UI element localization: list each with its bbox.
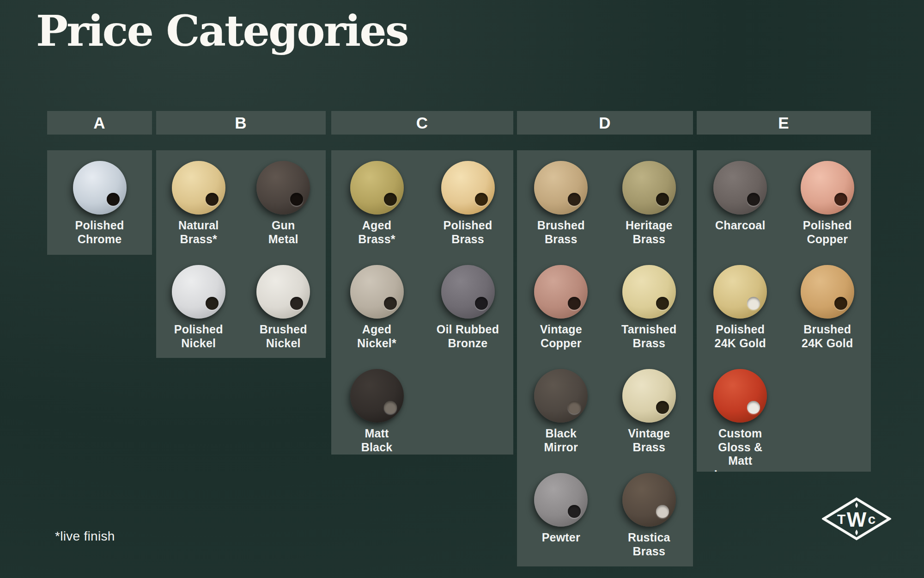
swatch-polished-nickel: PolishedNickel [156, 265, 241, 350]
disc-hole [834, 297, 847, 310]
page-title: Price Categories [36, 5, 407, 58]
finish-label: Oil RubbedBronze [437, 323, 499, 350]
disc-hole [568, 297, 581, 310]
finish-disc [256, 161, 310, 215]
finish-disc [172, 265, 225, 319]
finish-label: Polished24K Gold [715, 323, 766, 350]
finish-label: Brushed24K Gold [802, 323, 853, 350]
swatch-row: Polished24K Gold Brushed24K Gold [697, 254, 871, 358]
disc-hole [656, 193, 669, 206]
finish-label: GunMetal [268, 219, 298, 246]
finish-disc [534, 369, 588, 423]
logo-letter-c: c [868, 511, 875, 527]
finish-disc [534, 161, 588, 215]
finish-label: PolishedChrome [75, 219, 124, 246]
swatch-row: AgedBrass* PolishedBrass [331, 150, 513, 254]
finish-disc [713, 161, 767, 215]
swatch-row: Charcoal PolishedCopper [697, 150, 871, 254]
finish-label: RusticaBrass [628, 531, 670, 558]
category-header-b: B [156, 111, 326, 135]
price-categories-poster: Price Categories A B C D E PolishedChrom… [0, 0, 924, 578]
category-panel-c: AgedBrass* PolishedBrass AgedNickel* Oil… [331, 150, 513, 455]
category-header-a: A [47, 111, 152, 135]
disc-hole [656, 401, 669, 414]
swatch-row: PolishedNickel BrushedNickel [156, 254, 326, 358]
swatch-brushed-nickel: BrushedNickel [241, 265, 326, 350]
disc-hole [834, 193, 847, 206]
swatch-polished-24k-gold: Polished24K Gold [697, 265, 784, 350]
swatch-row: BrushedBrass HeritageBrass [517, 150, 693, 254]
disc-hole [290, 297, 303, 310]
disc-hole [206, 297, 219, 310]
swatch-polished-brass: PolishedBrass [422, 161, 513, 246]
finish-disc [622, 161, 676, 215]
finish-disc [801, 265, 854, 319]
finish-label: CustomGloss &MattLacquers [714, 427, 766, 472]
disc-hole [747, 297, 760, 310]
finish-disc [350, 265, 404, 319]
swatch-row: BlackMirror VintageBrass [517, 358, 693, 462]
swatch-row: NaturalBrass* GunMetal [156, 150, 326, 254]
swatch-pewter: Pewter [517, 473, 605, 545]
finish-disc [350, 161, 404, 215]
logo-teardrop-top [855, 502, 857, 508]
finish-label: BrushedNickel [260, 323, 307, 350]
category-panel-b: NaturalBrass* GunMetal PolishedNickel Br… [156, 150, 326, 358]
disc-hole [107, 193, 120, 206]
category-letter: E [778, 114, 789, 132]
finish-disc [534, 473, 588, 527]
category-header-e: E [697, 111, 871, 135]
swatch-charcoal: Charcoal [697, 161, 784, 233]
swatch-heritage-brass: HeritageBrass [605, 161, 693, 246]
swatch-row: AgedNickel* Oil RubbedBronze [331, 254, 513, 358]
disc-hole [656, 297, 669, 310]
swatch-natural-brass: NaturalBrass* [156, 161, 241, 246]
swatch-gun-metal: GunMetal [241, 161, 326, 246]
category-letter: C [416, 114, 428, 132]
category-letter: A [93, 114, 105, 132]
finish-disc [534, 265, 588, 319]
swatch-black-mirror: BlackMirror [517, 369, 605, 454]
disc-hole [290, 193, 303, 206]
finish-disc [256, 265, 310, 319]
swatch-oil-rubbed-bronze: Oil RubbedBronze [422, 265, 513, 350]
swatch-rustica-brass: RusticaBrass [605, 473, 693, 558]
finish-disc [73, 161, 127, 215]
disc-hole [384, 401, 397, 414]
logo-letter-w: W [847, 508, 867, 531]
category-header-d: D [517, 111, 693, 135]
disc-hole [475, 297, 488, 310]
swatch-polished-copper: PolishedCopper [784, 161, 871, 246]
swatch-row: CustomGloss &MattLacquers [697, 358, 871, 472]
finish-disc [622, 473, 676, 527]
finish-label: AgedNickel* [357, 323, 396, 350]
disc-hole [206, 193, 219, 206]
twc-logo: T W c [822, 497, 891, 541]
swatch-row: MattBlack [331, 358, 513, 455]
finish-label: HeritageBrass [626, 219, 673, 246]
finish-disc [441, 161, 495, 215]
finish-disc [801, 161, 854, 215]
finish-disc [713, 265, 767, 319]
swatch-custom-lacquers: CustomGloss &MattLacquers [697, 369, 784, 472]
finish-label: NaturalBrass* [178, 219, 219, 246]
logo-letter-t: T [837, 511, 845, 527]
finish-label: BrushedBrass [537, 219, 585, 246]
disc-hole [747, 193, 760, 206]
finish-label: PolishedNickel [174, 323, 223, 350]
disc-hole [747, 401, 760, 414]
category-letter: B [235, 114, 247, 132]
swatch-row: VintageCopper TarnishedBrass [517, 254, 693, 358]
disc-hole [568, 505, 581, 518]
finish-label: Pewter [542, 531, 580, 545]
disc-hole [656, 505, 669, 518]
swatch-tarnished-brass: TarnishedBrass [605, 265, 693, 350]
finish-disc [622, 369, 676, 423]
swatch-matt-black: MattBlack [331, 369, 422, 454]
swatch-brushed-brass: BrushedBrass [517, 161, 605, 246]
finish-label: AgedBrass* [358, 219, 395, 246]
swatch-row: PolishedChrome [47, 150, 152, 254]
finish-disc [713, 369, 767, 423]
finish-label: TarnishedBrass [621, 323, 676, 350]
finish-disc [622, 265, 676, 319]
